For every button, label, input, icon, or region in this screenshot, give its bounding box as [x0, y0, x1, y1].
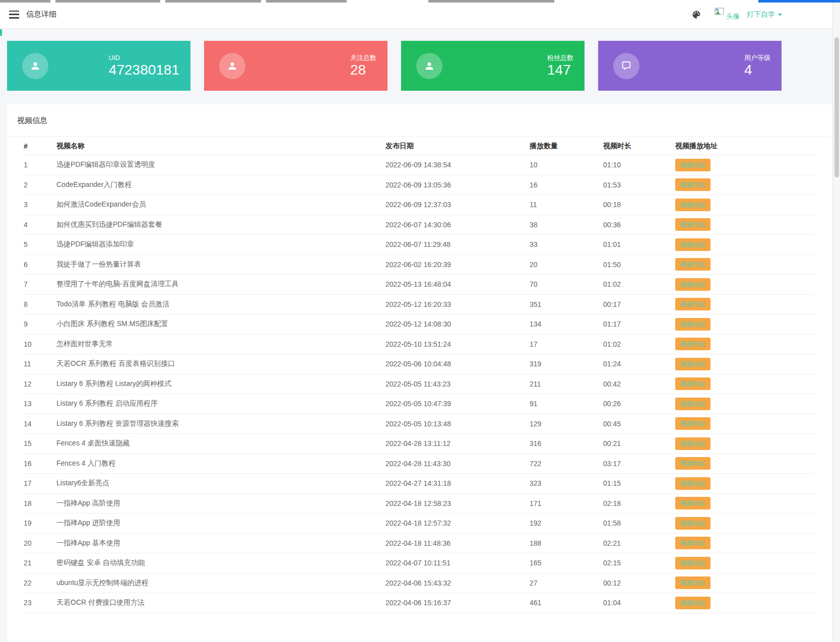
row-index: 5 [24, 240, 56, 248]
video-url-button[interactable]: 视频地址 [675, 338, 710, 350]
video-name: 一指禅App 进阶使用 [56, 519, 385, 528]
row-index: 14 [24, 420, 56, 428]
video-duration: 02:18 [603, 499, 675, 507]
video-url-button[interactable]: 视频地址 [675, 218, 710, 231]
video-duration: 01:15 [603, 479, 675, 487]
stat-card-uid: UID 472380181 [7, 41, 190, 91]
video-address-cell: 视频地址 [675, 318, 816, 331]
chevron-down-icon [778, 14, 782, 16]
video-duration: 01:02 [603, 280, 675, 288]
row-index: 22 [24, 579, 56, 587]
panel-header: 视频信息 [7, 104, 832, 137]
video-url-button[interactable]: 视频地址 [675, 278, 710, 291]
video-url-button[interactable]: 视频地址 [675, 238, 710, 251]
table-row: 23天若OCR 付费接口使用方法2022-04-06 15:16:3746101… [24, 593, 816, 613]
video-duration: 01:17 [603, 320, 675, 328]
stat-card-fans: 粉丝总数 147 [401, 41, 585, 91]
avatar[interactable]: 头像 [715, 8, 740, 21]
row-index: 9 [24, 320, 56, 328]
play-count: 192 [530, 519, 603, 527]
video-name: Fences 4 入门教程 [56, 459, 385, 468]
publish-date: 2022-06-09 12:37:03 [385, 201, 530, 209]
video-address-cell: 视频地址 [675, 517, 816, 530]
video-name: 迅捷PDF编辑器添加印章 [56, 240, 385, 249]
video-name: Listary 6 系列教程 Listary的两种模式 [56, 379, 385, 389]
scrollbar-thumb[interactable] [834, 37, 839, 177]
user-menu[interactable]: 灯下自学 [747, 10, 782, 19]
col-header-duration: 视频时长 [603, 142, 675, 151]
video-url-button[interactable]: 视频地址 [675, 318, 710, 331]
video-address-cell: 视频地址 [675, 338, 816, 350]
video-url-button[interactable]: 视频地址 [675, 517, 710, 530]
broken-image-icon [715, 8, 725, 17]
publish-date: 2022-06-07 14:30:06 [385, 221, 530, 229]
video-url-button[interactable]: 视频地址 [675, 358, 710, 370]
video-name: Listary 6 系列教程 资源管理器快速搜索 [56, 419, 385, 428]
video-url-button[interactable]: 视频地址 [675, 178, 710, 191]
publish-date: 2022-04-27 14:31:18 [385, 479, 530, 487]
video-address-cell: 视频地址 [675, 159, 816, 171]
video-url-button[interactable]: 视频地址 [675, 398, 710, 410]
publish-date: 2022-04-06 15:43:32 [385, 579, 530, 587]
video-duration: 00:18 [603, 201, 675, 209]
video-address-cell: 视频地址 [675, 597, 816, 609]
row-index: 8 [24, 300, 56, 308]
video-duration: 01:02 [603, 340, 675, 348]
browser-tab-strip [0, 0, 840, 3]
publish-date: 2022-05-13 16:48:04 [385, 280, 530, 288]
video-name: 一指禅App 高阶使用 [56, 499, 385, 508]
stats-row: UID 472380181 关注总数 28 粉丝总数 147 用户等级 4 [7, 41, 782, 91]
play-count: 20 [530, 261, 603, 269]
video-url-button[interactable]: 视频地址 [675, 159, 710, 171]
video-url-button[interactable]: 视频地址 [675, 298, 710, 310]
table-row: 2CodeExpander入门教程2022-06-09 13:05:361601… [24, 175, 816, 196]
video-address-cell: 视频地址 [675, 358, 816, 370]
video-url-button[interactable]: 视频地址 [675, 576, 710, 589]
video-address-cell: 视频地址 [675, 398, 816, 410]
video-url-button[interactable]: 视频地址 [675, 597, 710, 609]
video-name: 我徒手做了一份热量计算表 [56, 260, 385, 269]
table-header-row: # 视频名称 发布日期 播放数量 视频时长 视频播放地址 [24, 137, 816, 155]
stat-label: 用户等级 [744, 53, 770, 62]
row-index: 21 [24, 559, 56, 567]
video-url-button[interactable]: 视频地址 [675, 437, 710, 450]
menu-toggle-icon[interactable] [9, 11, 19, 19]
video-url-button[interactable]: 视频地址 [675, 537, 710, 549]
video-address-cell: 视频地址 [675, 258, 816, 271]
video-address-cell: 视频地址 [675, 497, 816, 509]
video-duration: 01:24 [603, 360, 675, 368]
row-index: 3 [24, 201, 56, 209]
video-address-cell: 视频地址 [675, 218, 816, 231]
video-url-button[interactable]: 视频地址 [675, 477, 710, 490]
play-count: 316 [530, 439, 603, 447]
video-address-cell: 视频地址 [675, 278, 816, 291]
publish-date: 2022-04-28 11:43:30 [385, 460, 530, 468]
table-row: 15Fences 4 桌面快速隐藏2022-04-28 13:11:123160… [24, 434, 816, 454]
video-url-button[interactable]: 视频地址 [675, 497, 710, 509]
video-url-button[interactable]: 视频地址 [675, 258, 710, 271]
theme-palette-icon[interactable] [691, 10, 701, 20]
vertical-scrollbar[interactable] [832, 0, 840, 642]
publish-date: 2022-05-12 16:20:33 [385, 300, 530, 308]
publish-date: 2022-05-12 14:08:30 [385, 320, 530, 328]
user-icon [22, 53, 48, 79]
video-duration: 01:58 [603, 519, 675, 527]
table-row: 10怎样面对世事无常2022-05-10 13:51:241701:02视频地址 [24, 335, 816, 355]
stat-card-following: 关注总数 28 [204, 41, 387, 91]
col-header-date: 发布日期 [385, 142, 530, 151]
video-url-button[interactable]: 视频地址 [675, 417, 710, 430]
video-url-button[interactable]: 视频地址 [675, 457, 710, 470]
publish-date: 2022-04-18 12:57:32 [385, 519, 530, 527]
video-name: Listary 6 系列教程 启动应用程序 [56, 399, 385, 408]
video-duration: 00:26 [603, 400, 675, 408]
play-count: 70 [530, 280, 603, 288]
video-url-button[interactable]: 视频地址 [675, 199, 710, 211]
stat-label: UID [109, 53, 179, 62]
video-url-button[interactable]: 视频地址 [675, 557, 710, 569]
video-address-cell: 视频地址 [675, 437, 816, 450]
video-url-button[interactable]: 视频地址 [675, 377, 710, 390]
table-row: 8Todo清单 系列教程 电脑版 会员激活2022-05-12 16:20:33… [24, 295, 816, 315]
col-header-name: 视频名称 [56, 142, 385, 151]
table-row: 17Listary6全新亮点2022-04-27 14:31:1832301:1… [24, 474, 816, 494]
row-index: 7 [24, 280, 56, 288]
